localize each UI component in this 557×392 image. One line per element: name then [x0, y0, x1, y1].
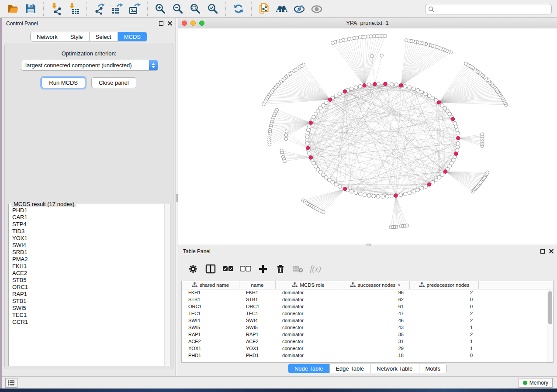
delete-column-trash-icon[interactable]: [275, 263, 286, 275]
column-header-MCDS-role[interactable]: MCDS role: [276, 281, 341, 289]
table-cell[interactable]: 61: [341, 303, 410, 310]
tab-motifs[interactable]: Motifs: [419, 364, 446, 373]
table-cell[interactable]: 43: [341, 324, 410, 331]
table-row[interactable]: SWI5SWI5connector431: [182, 324, 547, 331]
close-panel-icon[interactable]: [167, 21, 172, 26]
table-cell[interactable]: 1: [410, 345, 479, 352]
table-cell[interactable]: dominator: [276, 352, 341, 359]
export-table-icon[interactable]: [111, 2, 124, 15]
close-panel-button[interactable]: Close panel: [91, 77, 136, 88]
table-cell[interactable]: 96: [341, 289, 410, 296]
table-row[interactable]: PHD1PHD1dominator180: [182, 352, 547, 359]
table-row[interactable]: TEC1TEC1connector472: [182, 310, 547, 317]
create-column-icon[interactable]: [257, 263, 269, 275]
search-box[interactable]: [425, 4, 552, 14]
table-row[interactable]: YOX1YOX1connector291: [182, 345, 547, 352]
close-panel-icon[interactable]: [549, 249, 554, 254]
tab-edge-table[interactable]: Edge Table: [329, 364, 370, 373]
table-cell[interactable]: PHD1: [182, 352, 239, 359]
run-mcds-button[interactable]: Run MCDS: [42, 77, 85, 88]
table-row[interactable]: FKH1FKH1dominator962: [182, 289, 547, 296]
table-cell[interactable]: SWI4: [239, 317, 276, 324]
table-options-gear-icon[interactable]: [187, 263, 199, 275]
zoom-fit-icon[interactable]: [189, 2, 202, 15]
network-view[interactable]: [178, 28, 557, 244]
list-item[interactable]: ACE2: [9, 270, 164, 277]
open-session-icon[interactable]: [7, 2, 20, 15]
table-cell[interactable]: STB1: [239, 296, 276, 303]
list-item[interactable]: SWI5: [9, 305, 164, 312]
memory-button[interactable]: Memory: [519, 378, 553, 388]
table-cell[interactable]: 35: [341, 331, 410, 338]
table-cell[interactable]: connector: [276, 310, 341, 317]
table-scrollbar[interactable]: [547, 289, 553, 362]
list-item[interactable]: STB5: [9, 277, 164, 284]
search-input[interactable]: [435, 5, 551, 14]
list-item[interactable]: STB1: [9, 298, 164, 305]
list-item[interactable]: SWI4: [9, 242, 164, 249]
list-item[interactable]: TEC1: [9, 312, 164, 319]
zoom-in-icon[interactable]: [154, 2, 167, 15]
table-cell[interactable]: YOX1: [182, 345, 239, 352]
tab-node-table[interactable]: Node Table: [288, 364, 329, 373]
table-cell[interactable]: ACE2: [182, 338, 239, 345]
table-cell[interactable]: dominator: [276, 303, 341, 310]
tab-network[interactable]: Network: [31, 32, 64, 41]
show-graphics-details-icon[interactable]: [310, 2, 323, 15]
table-cell[interactable]: 62: [341, 296, 410, 303]
table-scrollbar-thumb[interactable]: [548, 291, 552, 324]
table-cell[interactable]: dominator: [276, 331, 341, 338]
table-cell[interactable]: TEC1: [182, 310, 239, 317]
table-cell[interactable]: TEC1: [239, 310, 276, 317]
table-row[interactable]: RAP1RAP1dominator352: [182, 331, 547, 338]
table-cell[interactable]: ACE2: [239, 338, 276, 345]
mcds-result-scrollbar[interactable]: [164, 204, 170, 366]
table-cell[interactable]: 29: [341, 345, 410, 352]
table-cell[interactable]: ORC1: [182, 303, 239, 310]
table-cell[interactable]: 0: [410, 352, 479, 359]
table-cell[interactable]: SWI5: [182, 324, 239, 331]
network-search-binoculars-icon[interactable]: [275, 2, 288, 15]
table-cell[interactable]: dominator: [276, 317, 341, 324]
task-history-button[interactable]: [5, 378, 17, 388]
table-cell[interactable]: 2: [410, 331, 479, 338]
table-row[interactable]: ORC1ORC1dominator610: [182, 303, 547, 310]
save-session-icon[interactable]: [24, 2, 37, 15]
table-cell[interactable]: 2: [410, 310, 479, 317]
refresh-view-icon[interactable]: [232, 2, 245, 15]
table-cell[interactable]: STB1: [182, 296, 239, 303]
table-cell[interactable]: RAP1: [239, 331, 276, 338]
list-item[interactable]: ORC1: [9, 284, 164, 291]
list-item[interactable]: GCR1: [9, 319, 164, 326]
show-column-panel-icon[interactable]: [205, 263, 216, 275]
hide-graphics-details-icon[interactable]: [293, 2, 306, 15]
table-row[interactable]: STB1STB1dominator620: [182, 296, 547, 303]
table-cell[interactable]: 0: [410, 296, 479, 303]
table-cell[interactable]: FKH1: [182, 289, 239, 296]
table-cell[interactable]: 1: [410, 338, 479, 345]
table-cell[interactable]: FKH1: [239, 289, 276, 296]
tab-select[interactable]: Select: [89, 32, 118, 41]
list-item[interactable]: SRD1: [9, 249, 164, 256]
export-image-icon[interactable]: [128, 2, 141, 15]
list-item[interactable]: PMA2: [9, 256, 164, 263]
select-all-columns-icon[interactable]: [222, 263, 234, 275]
list-item[interactable]: FKH1: [9, 263, 164, 270]
optimization-criterion-select[interactable]: largest connected component (undirected): [21, 60, 158, 71]
zoom-selected-icon[interactable]: [206, 2, 219, 15]
share-document-icon[interactable]: [258, 2, 271, 15]
table-cell[interactable]: connector: [276, 324, 341, 331]
tab-style[interactable]: Style: [64, 32, 89, 41]
column-header-name[interactable]: name: [239, 281, 276, 289]
tab-network-table[interactable]: Network Table: [370, 364, 419, 373]
table-cell[interactable]: RAP1: [182, 331, 239, 338]
list-item[interactable]: YOX1: [9, 235, 164, 242]
table-cell[interactable]: PHD1: [239, 352, 276, 359]
network-canvas[interactable]: [178, 28, 557, 244]
table-cell[interactable]: 2: [410, 317, 479, 324]
table-cell[interactable]: dominator: [276, 296, 341, 303]
list-item[interactable]: STP4: [9, 221, 164, 228]
table-cell[interactable]: 0: [410, 303, 479, 310]
table-cell[interactable]: 47: [341, 310, 410, 317]
table-cell[interactable]: 18: [341, 352, 410, 359]
